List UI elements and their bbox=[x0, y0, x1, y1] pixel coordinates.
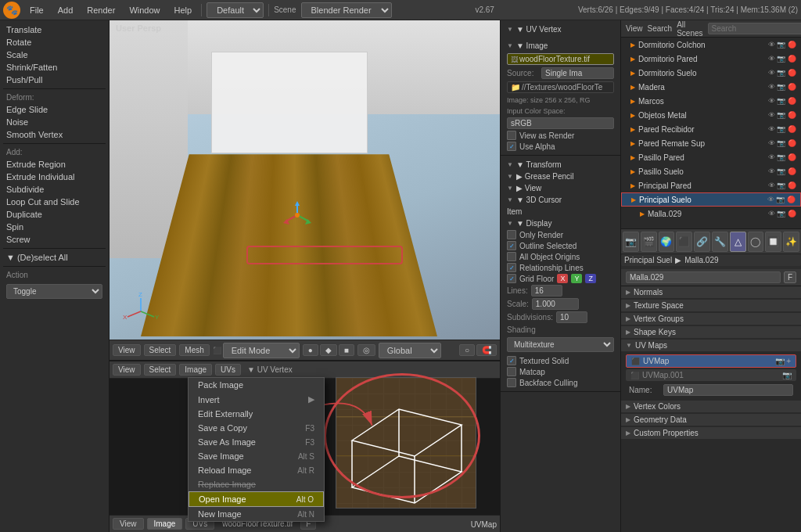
grease-pencil-header[interactable]: ▶ Grease Pencil bbox=[504, 171, 617, 182]
backface-culling-check[interactable] bbox=[507, 378, 516, 387]
extrude-individual-btn[interactable]: Extrude Individual bbox=[3, 171, 106, 183]
vertex-colors-header[interactable]: Vertex Colors bbox=[621, 401, 801, 412]
edge-select-btn[interactable]: ◆ bbox=[320, 344, 337, 356]
texture-btn[interactable]: 🔲 bbox=[765, 232, 781, 252]
ctx-new-image[interactable]: New Image Alt N bbox=[189, 507, 324, 521]
ctx-invert[interactable]: Invert ▶ bbox=[189, 392, 324, 407]
outliner-search[interactable] bbox=[708, 23, 801, 34]
view-label[interactable]: View bbox=[626, 24, 643, 33]
ctx-replace[interactable]: Replace Image bbox=[189, 477, 324, 491]
loop-cut-btn[interactable]: Loop Cut and Slide bbox=[3, 196, 106, 208]
ctx-pack-image[interactable]: Pack Image bbox=[189, 378, 324, 392]
rotate-btn[interactable]: Rotate bbox=[3, 36, 106, 49]
outliner-item-6[interactable]: ▶ Pared Recibidor 👁 📷 🔴 bbox=[621, 122, 801, 136]
face-select-btn[interactable]: ■ bbox=[339, 344, 354, 356]
material-btn[interactable]: ◯ bbox=[748, 232, 764, 252]
f-badge[interactable]: F bbox=[784, 271, 796, 283]
normals-header[interactable]: Normals bbox=[621, 286, 801, 298]
outliner-item-3[interactable]: ▶ Madera 👁 📷 🔴 bbox=[621, 80, 801, 94]
outline-selected-check[interactable] bbox=[507, 241, 516, 250]
view-menu-btn[interactable]: View bbox=[113, 344, 141, 356]
menu-add[interactable]: Add bbox=[53, 4, 78, 16]
outliner-item-10[interactable]: ▶ Principal Pared 👁 📷 🔴 bbox=[621, 178, 801, 192]
uvmap-camera-0[interactable]: 📷 bbox=[775, 357, 785, 365]
uv-uvs-btn[interactable]: UVs bbox=[215, 364, 241, 376]
constraints-btn[interactable]: 🔗 bbox=[694, 232, 710, 252]
uvmap-camera-1[interactable]: 📷 bbox=[782, 371, 792, 379]
z-btn[interactable]: Z bbox=[585, 274, 596, 283]
uv-vertex-header[interactable]: ▼ UV Vertex bbox=[504, 23, 617, 35]
outliner-item-2[interactable]: ▶ Dormitorio Suelo 👁 📷 🔴 bbox=[621, 66, 801, 80]
edge-slide-btn[interactable]: Edge Slide bbox=[3, 103, 106, 116]
ctx-reload[interactable]: Reload Image Alt R bbox=[189, 463, 324, 477]
action-select[interactable]: Toggle bbox=[6, 284, 102, 299]
uv-image-btn[interactable]: Image bbox=[179, 364, 212, 376]
object-props-btn[interactable]: ⬛ bbox=[676, 232, 692, 252]
shape-keys-header[interactable]: Shape Keys bbox=[621, 326, 801, 338]
uv-select-btn[interactable]: Select bbox=[144, 364, 177, 376]
deselect-all-btn[interactable]: ▼ (De)select All bbox=[3, 251, 106, 264]
renderer-select[interactable]: Blender Render bbox=[301, 2, 392, 18]
use-alpha-check[interactable] bbox=[507, 142, 516, 151]
outliner-item-5[interactable]: ▶ Objetos Metal 👁 📷 🔴 bbox=[621, 108, 801, 122]
menu-render[interactable]: Render bbox=[82, 4, 120, 16]
relationship-lines-check[interactable] bbox=[507, 263, 516, 272]
scene-props-btn[interactable]: 🎬 bbox=[641, 232, 657, 252]
select-menu-btn[interactable]: Select bbox=[144, 344, 177, 356]
workspace-select[interactable]: Default bbox=[207, 2, 264, 18]
modifiers-btn[interactable]: 🔧 bbox=[712, 232, 728, 252]
outliner-item-8[interactable]: ▶ Pasillo Pared 👁 📷 🔴 bbox=[621, 150, 801, 164]
extrude-region-btn[interactable]: Extrude Region bbox=[3, 158, 106, 171]
uv-tab-image[interactable]: Image bbox=[147, 518, 183, 530]
geometry-data-header[interactable]: Geometry Data bbox=[621, 414, 801, 426]
outliner-item-4[interactable]: ▶ Marcos 👁 📷 🔴 bbox=[621, 94, 801, 108]
srgb-field[interactable]: sRGB bbox=[507, 117, 614, 129]
outliner-item-1[interactable]: ▶ Dormitorio Pared 👁 📷 🔴 bbox=[621, 52, 801, 66]
spin-btn[interactable]: Spin bbox=[3, 221, 106, 233]
uvmap-item-1[interactable]: ⬛ UVMap.001 📷 bbox=[626, 369, 796, 381]
menu-file[interactable]: File bbox=[25, 4, 48, 16]
global-select[interactable]: Global bbox=[379, 343, 441, 358]
display-header[interactable]: ▼ Display bbox=[504, 217, 617, 229]
cursor-3d-header[interactable]: ▼ 3D Cursor bbox=[504, 194, 617, 206]
vertex-select-btn[interactable]: ● bbox=[303, 344, 318, 356]
textured-solid-check[interactable] bbox=[507, 356, 516, 365]
ctx-save-copy[interactable]: Save a Copy F3 bbox=[189, 421, 324, 435]
outliner-item-0[interactable]: ▶ Dormitorio Colchon 👁 📷 🔴 bbox=[621, 38, 801, 52]
ctx-save-image[interactable]: Save Image Alt S bbox=[189, 449, 324, 463]
menu-help[interactable]: Help bbox=[170, 4, 197, 16]
uv-maps-header[interactable]: UV Maps bbox=[621, 340, 801, 351]
mesh-menu-btn[interactable]: Mesh bbox=[179, 344, 209, 356]
view-header[interactable]: ▶ View bbox=[504, 182, 617, 194]
x-btn[interactable]: X bbox=[557, 274, 568, 283]
vertex-groups-header[interactable]: Vertex Groups bbox=[621, 313, 801, 325]
uvmap-item-0[interactable]: ⬛ UVMap 📷 + bbox=[626, 354, 796, 368]
proportional-btn[interactable]: ○ bbox=[459, 344, 475, 356]
menu-window[interactable]: Window bbox=[124, 4, 164, 16]
search-label[interactable]: Search bbox=[648, 24, 673, 33]
duplicate-btn[interactable]: Duplicate bbox=[3, 208, 106, 221]
uv-editor[interactable]: View Select Image UVs ▼ UV Vertex bbox=[110, 360, 500, 532]
scale-field[interactable] bbox=[532, 298, 579, 310]
mesh-name-field[interactable] bbox=[626, 271, 781, 283]
view-as-render-check[interactable] bbox=[507, 131, 516, 140]
snap-btn[interactable]: 🧲 bbox=[476, 344, 497, 356]
image-section-header[interactable]: ▼ Image bbox=[504, 40, 617, 52]
custom-props-header[interactable]: Custom Properties bbox=[621, 427, 801, 439]
matcap-check[interactable] bbox=[507, 367, 516, 376]
pushpull-btn[interactable]: Push/Pull bbox=[3, 74, 106, 86]
ctx-edit-externally[interactable]: Edit Externally bbox=[189, 407, 324, 421]
shrinkfatten-btn[interactable]: Shrink/Fatten bbox=[3, 61, 106, 74]
noise-btn[interactable]: Noise bbox=[3, 116, 106, 128]
render-props-btn[interactable]: 📷 bbox=[623, 232, 639, 252]
subdivisions-field[interactable] bbox=[556, 311, 587, 323]
shading-select[interactable]: Multitexture bbox=[507, 337, 614, 352]
path-field[interactable]: 📁 //Textures/woodFloorTe bbox=[507, 81, 614, 93]
ctx-save-as[interactable]: Save As Image F3 bbox=[189, 435, 324, 449]
uvmap-add-btn[interactable]: + bbox=[786, 357, 791, 365]
lines-field[interactable] bbox=[531, 285, 562, 297]
transform-header[interactable]: ▼ Transform bbox=[504, 159, 617, 171]
data-props-btn[interactable]: △ bbox=[730, 232, 746, 252]
y-btn[interactable]: Y bbox=[571, 274, 582, 283]
uv-tab-view[interactable]: View bbox=[113, 518, 144, 530]
